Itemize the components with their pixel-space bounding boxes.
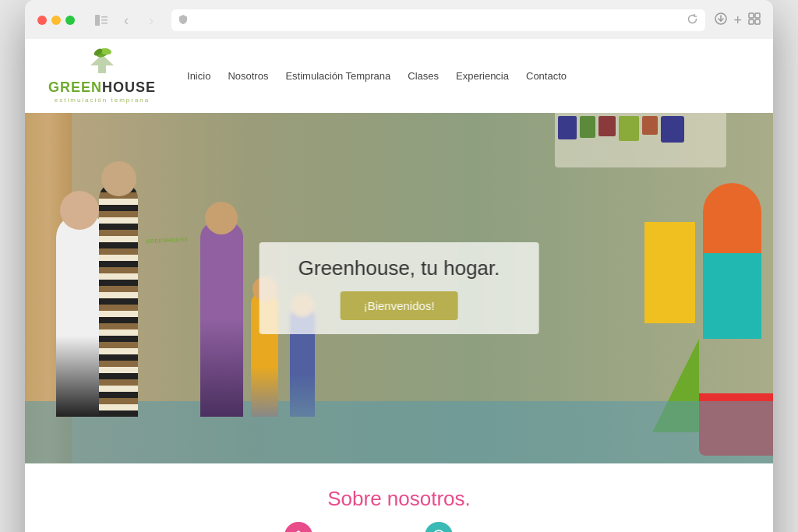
download-button[interactable] [715,12,727,28]
maximize-button[interactable] [65,16,75,25]
site-nav: Inicio Nosotros Estimulación Temprana Cl… [187,70,567,82]
svg-rect-6 [749,13,754,18]
svg-rect-0 [95,15,100,26]
back-button[interactable]: ‹ [115,9,137,31]
browser-titlebar: ‹ › [37,9,761,39]
shelf-item-3 [598,116,616,136]
nav-inicio[interactable]: Inicio [187,70,210,82]
website-content: GREENHouse estimulación temprana Inicio … [25,39,773,532]
svg-rect-3 [101,23,108,24]
hero-section: GREENHOUSE Greenhouse, tu hogar. ¡Bienve… [25,113,773,463]
about-title: Sobre nosotros. [41,487,757,511]
tabs-overview-button[interactable] [748,12,761,28]
minimize-button[interactable] [51,16,61,25]
address-bar[interactable] [171,9,705,31]
shelf-decoration [555,113,726,167]
browser-toolbar-right: + [715,12,761,28]
nav-experiencia[interactable]: Experiencia [456,70,509,82]
sidebar-toggle-button[interactable] [90,9,112,31]
browser-controls: ‹ › [90,9,162,31]
nav-clases[interactable]: Clases [408,70,439,82]
logo-house-text: House [102,79,156,95]
svg-rect-2 [101,19,108,21]
new-tab-button[interactable]: + [733,13,742,27]
shelf-item-5 [642,116,658,135]
person-2-head [101,161,136,196]
shelf-item-2 [580,116,595,138]
svg-rect-7 [755,13,760,18]
hero-title: Greenhouse, tu hogar. [298,256,500,280]
about-section: Sobre nosotros. [25,463,773,527]
svg-rect-8 [749,19,754,24]
shelf-item-6 [661,116,684,143]
browser-chrome: ‹ › [25,0,773,39]
forward-button[interactable]: › [140,9,162,31]
close-button[interactable] [37,16,47,25]
logo-green-text: GREEN [48,79,102,95]
traffic-lights [37,16,75,25]
browser-window: ‹ › [25,0,773,532]
site-header: GREENHouse estimulación temprana Inicio … [25,39,773,113]
person-2 [99,183,138,417]
hero-overlay: Greenhouse, tu hogar. ¡Bienvenidos! [260,242,539,334]
logo-icon [83,48,122,79]
logo-tagline: estimulación temprana [55,97,150,104]
svg-rect-9 [755,19,760,24]
person-1-head [60,191,99,230]
cards-row: ✦ ✦ [25,527,773,532]
logo-area[interactable]: GREENHouse estimulación temprana [48,48,156,104]
logo-text: GREENHouse [48,79,156,96]
shield-icon [179,15,187,26]
shelf-item-1 [558,116,577,139]
person-3 [200,222,243,417]
hero-cta-button[interactable]: ¡Bienvenidos! [341,291,458,320]
person-3-head [205,202,238,234]
svg-rect-1 [101,16,108,18]
reload-button[interactable] [687,14,697,26]
nav-contacto[interactable]: Contacto [526,70,567,82]
nav-nosotros[interactable]: Nosotros [228,70,268,82]
nav-estimulacion[interactable]: Estimulación Temprana [285,70,390,82]
shelf-item-4 [619,116,639,141]
person-1 [56,214,103,417]
